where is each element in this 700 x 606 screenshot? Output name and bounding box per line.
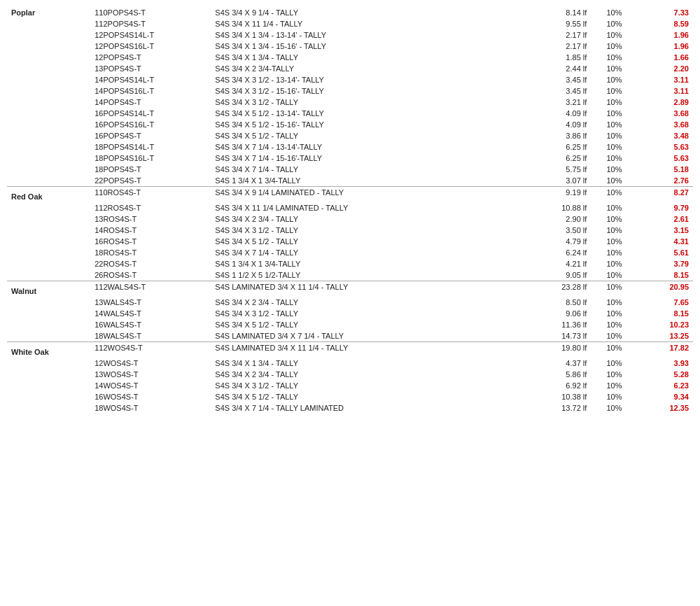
table-row: Red Oak110ROS4S-TS4S 3/4 X 9 1/4 LAMINAT… <box>7 187 693 203</box>
discount: 10% <box>591 236 637 247</box>
table-row: White Oak112WOS4S-TS4S LAMINATED 3/4 X 1… <box>7 342 693 358</box>
discount: 10% <box>591 391 637 402</box>
category-cell <box>7 297 90 308</box>
discount: 10% <box>591 74 637 85</box>
category-cell <box>7 330 90 342</box>
product-code: 12POPS4S14L-T <box>90 29 211 41</box>
category-cell <box>7 258 90 269</box>
discount: 10% <box>591 330 637 342</box>
list-price: 3.86 lf <box>507 130 591 141</box>
list-price: 4.09 lf <box>507 119 591 130</box>
table-row: 14ROS4S-TS4S 3/4 X 3 1/2 - TALLY3.50 lf1… <box>7 225 693 236</box>
list-price: 19.80 lf <box>507 342 591 358</box>
net-price: 1.96 <box>638 29 693 41</box>
list-price: 9.19 lf <box>507 187 591 203</box>
category-cell: Red Oak <box>7 187 90 203</box>
table-row: 16WALS4S-TS4S 3/4 X 5 1/2 - TALLY11.36 l… <box>7 319 693 330</box>
list-price: 10.38 lf <box>507 391 591 402</box>
table-row: 13WALS4S-T S4S 3/4 X 2 3/4 - TALLY8.50 l… <box>7 297 693 308</box>
table-row: 26ROS4S-TS4S 1 1/2 X 5 1/2-TALLY9.05 lf1… <box>7 269 693 281</box>
table-row: 18ROS4S-TS4S 3/4 X 7 1/4 - TALLY6.24 lf1… <box>7 247 693 258</box>
discount: 10% <box>591 85 637 97</box>
product-code: 14POPS4S14L-T <box>90 74 211 85</box>
product-description: S4S 3/4 X 7 1/4 - TALLY <box>211 247 507 258</box>
net-price: 12.35 <box>638 402 693 414</box>
table-row: 22POPS4S-TS4S 1 3/4 X 1 3/4-TALLY3.07 lf… <box>7 175 693 187</box>
table-row: 18POPS4S-TS4S 3/4 X 7 1/4 - TALLY5.75 lf… <box>7 164 693 175</box>
discount: 10% <box>591 41 637 52</box>
net-price: 10.23 <box>638 319 693 330</box>
category-cell <box>7 380 90 391</box>
product-description: S4S 3/4 X 1 3/4 - TALLY <box>211 52 507 63</box>
product-code: 14ROS4S-T <box>90 225 211 236</box>
discount: 10% <box>591 402 637 414</box>
list-price: 2.17 lf <box>507 41 591 52</box>
product-description: S4S 1 3/4 X 1 3/4-TALLY <box>211 175 507 187</box>
category-cell <box>7 153 90 164</box>
discount: 10% <box>591 119 637 130</box>
discount: 10% <box>591 52 637 63</box>
product-code: 16POPS4S16L-T <box>90 119 211 130</box>
discount: 10% <box>591 7 637 18</box>
list-price: 9.55 lf <box>507 18 591 29</box>
list-price: 11.36 lf <box>507 319 591 330</box>
list-price: 3.45 lf <box>507 74 591 85</box>
net-price: 3.15 <box>638 225 693 236</box>
list-price: 9.06 lf <box>507 308 591 319</box>
net-price: 3.79 <box>638 258 693 269</box>
product-code: 112POPS4S-T <box>90 18 211 29</box>
net-price: 3.93 <box>638 358 693 369</box>
table-row: 16POPS4S14L-TS4S 3/4 X 5 1/2 - 13-14'- T… <box>7 108 693 119</box>
product-description: S4S 3/4 X 7 1/4 - 13-14'-TALLY <box>211 141 507 153</box>
discount: 10% <box>591 297 637 308</box>
table-row: 18POPS4S14L-TS4S 3/4 X 7 1/4 - 13-14'-TA… <box>7 141 693 153</box>
net-price: 2.76 <box>638 175 693 187</box>
list-price: 14.73 lf <box>507 330 591 342</box>
product-code: 22POPS4S-T <box>90 175 211 187</box>
product-description: S4S 3/4 X 5 1/2 - TALLY <box>211 130 507 141</box>
list-price: 13.72 lf <box>507 402 591 414</box>
product-code: 13POPS4S-T <box>90 63 211 74</box>
product-code: 13WALS4S-T <box>90 297 211 308</box>
product-code: 16WOS4S-T <box>90 391 211 402</box>
category-cell <box>7 108 90 119</box>
table-row: 18WALS4S-TS4S LAMINATED 3/4 X 7 1/4 - TA… <box>7 330 693 342</box>
table-row: 13POPS4S-TS4S 3/4 X 2 3/4-TALLY2.44 lf10… <box>7 63 693 74</box>
product-description: S4S 3/4 X 3 1/2 - 15-16'- TALLY <box>211 85 507 97</box>
list-price: 8.50 lf <box>507 297 591 308</box>
category-cell <box>7 29 90 41</box>
product-description: S4S 3/4 X 2 3/4 - TALLY <box>211 213 507 225</box>
product-code: 22ROS4S-T <box>90 258 211 269</box>
discount: 10% <box>591 63 637 74</box>
table-row: 12POPS4S-TS4S 3/4 X 1 3/4 - TALLY1.85 lf… <box>7 52 693 63</box>
category-cell <box>7 225 90 236</box>
category-cell <box>7 358 90 369</box>
discount: 10% <box>591 18 637 29</box>
category-cell <box>7 308 90 319</box>
product-code: 14WALS4S-T <box>90 308 211 319</box>
discount: 10% <box>591 380 637 391</box>
category-cell <box>7 236 90 247</box>
net-price: 9.34 <box>638 391 693 402</box>
product-code: 12POPS4S-T <box>90 52 211 63</box>
product-description: S4S 3/4 X 2 3/4 - TALLY <box>211 369 507 380</box>
product-description: S4S 3/4 X 3 1/2 - TALLY <box>211 97 507 108</box>
product-code: 18POPS4S16L-T <box>90 153 211 164</box>
table-row: 14WOS4S-TS4S 3/4 X 3 1/2 - TALLY6.92 lf1… <box>7 380 693 391</box>
category-cell <box>7 319 90 330</box>
product-code: 16WALS4S-T <box>90 319 211 330</box>
product-description: S4S 3/4 X 1 3/4 - 13-14' - TALLY <box>211 29 507 41</box>
category-cell <box>7 269 90 281</box>
discount: 10% <box>591 164 637 175</box>
table-row: 112POPS4S-TS4S 3/4 X 11 1/4 - TALLY9.55 … <box>7 18 693 29</box>
category-cell <box>7 247 90 258</box>
category-cell <box>7 164 90 175</box>
category-cell <box>7 175 90 187</box>
table-row: 14POPS4S16L-TS4S 3/4 X 3 1/2 - 15-16'- T… <box>7 85 693 97</box>
net-price: 5.63 <box>638 153 693 164</box>
table-row: 22ROS4S-TS4S 1 3/4 X 1 3/4-TALLY4.21 lf1… <box>7 258 693 269</box>
list-price: 2.17 lf <box>507 29 591 41</box>
product-code: 13ROS4S-T <box>90 213 211 225</box>
product-code: 18ROS4S-T <box>90 247 211 258</box>
product-code: 16POPS4S14L-T <box>90 108 211 119</box>
